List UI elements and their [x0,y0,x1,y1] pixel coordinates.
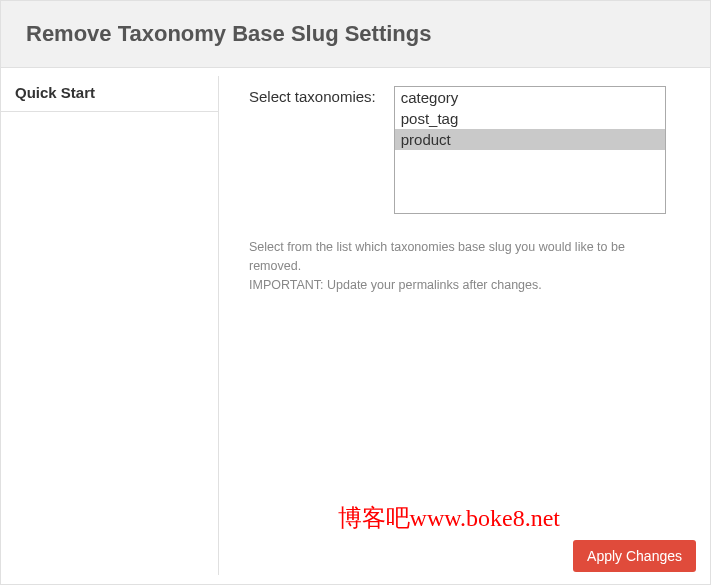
sidebar-spacer [1,111,219,575]
help-text: Select from the list which taxonomies ba… [249,238,680,294]
sidebar: Quick Start [1,68,219,584]
apply-changes-button[interactable]: Apply Changes [573,540,696,572]
help-line-2: IMPORTANT: Update your permalinks after … [249,276,680,295]
taxonomy-option[interactable]: product [395,129,665,150]
main-content: Select taxonomies: category post_tag pro… [219,68,710,584]
tab-quick-start[interactable]: Quick Start [1,76,219,111]
select-taxonomies-label: Select taxonomies: [249,86,376,214]
page-title: Remove Taxonomy Base Slug Settings [26,21,685,47]
content-area: Quick Start Select taxonomies: category … [1,68,710,584]
panel-header: Remove Taxonomy Base Slug Settings [1,1,710,68]
taxonomy-select[interactable]: category post_tag product [395,87,665,213]
taxonomy-option[interactable]: post_tag [395,108,665,129]
taxonomy-option[interactable]: category [395,87,665,108]
help-line-1: Select from the list which taxonomies ba… [249,238,680,276]
settings-panel: Remove Taxonomy Base Slug Settings Quick… [0,0,711,585]
taxonomy-row: Select taxonomies: category post_tag pro… [249,86,680,214]
taxonomy-select-wrapper: category post_tag product [394,86,666,214]
